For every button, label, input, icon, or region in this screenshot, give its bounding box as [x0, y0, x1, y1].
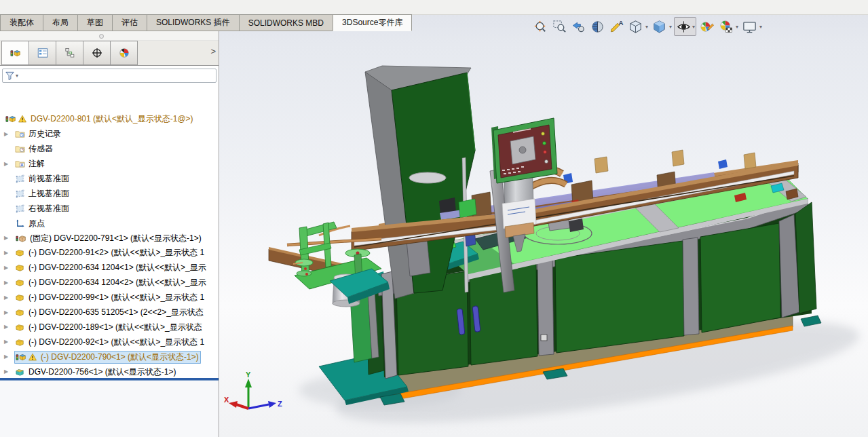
triad-y-label: Y	[246, 370, 251, 379]
tree-row[interactable]: DGV-D2200-801 (默认<默认_显示状态-1@>)	[0, 112, 219, 127]
tree-item-label: 右视基准面	[29, 203, 69, 214]
expand-arrow-icon[interactable]: ▶	[4, 324, 14, 330]
filter-funnel-icon[interactable]	[5, 71, 15, 81]
tree-item-label: 前视基准面	[29, 173, 69, 185]
reference-triad: Y Z X	[224, 370, 282, 408]
hide-show-items-icon[interactable]	[675, 18, 692, 35]
tab-5[interactable]: SOLIDWORKS 插件	[147, 14, 239, 31]
tree-row[interactable]: ▶(-) DGV-D2200-790<1> (默认<显示状态-1>)	[0, 349, 219, 364]
tree-row-content: (-) DGV-D2200-92<1> (默认<<默认>_显示状态 1	[14, 336, 206, 349]
apply-scene-icon[interactable]	[717, 18, 734, 35]
expand-arrow-icon[interactable]: ▶	[4, 132, 14, 137]
tree-row-content: 历史记录	[14, 128, 63, 140]
edit-appearance-icon[interactable]	[698, 18, 715, 35]
tree-item-label: DGV-D2200-756<1> (默认<显示状态-1>)	[29, 366, 176, 378]
part-icon	[15, 337, 25, 347]
view-settings-icon[interactable]	[740, 18, 758, 35]
tab-3[interactable]: 草图	[77, 14, 112, 31]
expand-arrow-icon[interactable]: ▶	[4, 280, 14, 286]
previous-view-icon[interactable]	[569, 18, 587, 35]
panel-splitter[interactable]	[0, 31, 219, 41]
hide-show-items-dropdown-caret[interactable]: ▾	[692, 24, 695, 30]
panel-tab-configurationmanager[interactable]	[56, 41, 83, 65]
view-settings-dropdown-caret[interactable]: ▾	[759, 24, 762, 30]
tree-row[interactable]: 前视基准面	[0, 172, 219, 187]
tree-row[interactable]: 右视基准面	[0, 201, 219, 216]
expand-arrow-icon[interactable]: ▶	[4, 250, 14, 256]
tree-item-label: 原点	[29, 218, 45, 229]
tree-row[interactable]: ▶A注解	[0, 157, 219, 172]
tree-row[interactable]: 传感器	[0, 142, 219, 157]
filter-caret-icon[interactable]: ▾	[16, 73, 18, 79]
tree-filter-input[interactable]: ▾	[2, 69, 216, 83]
tree-row[interactable]: 原点	[0, 216, 219, 231]
tree-item-label: (-) DGV-D2200-99<1> (默认<<默认>_显示状态 1	[29, 292, 204, 303]
tree-row[interactable]: 上视基准面	[0, 186, 219, 201]
tab-4[interactable]: 评估	[112, 14, 147, 31]
splitter-handle-icon[interactable]	[99, 34, 104, 39]
expand-arrow-icon[interactable]: ▶	[4, 339, 14, 345]
tree-item-label: (-) DGV-D2200-189<1> (默认<<默认>_显示状态	[29, 322, 202, 333]
panel-tab-displaymanager[interactable]	[110, 41, 138, 65]
tree-item-label: (固定) DGV-D2200-791<1> (默认<显示状态-1>)	[30, 233, 202, 244]
plane-icon	[15, 174, 25, 184]
warning-icon	[28, 353, 37, 362]
tree-row[interactable]: ▶(-) DGV-D2200-91<2> (默认<<默认>_显示状态 1	[0, 246, 219, 261]
hide-show-items-pressed-group: ▾	[674, 17, 696, 36]
tab-2[interactable]: 布局	[43, 14, 77, 31]
expand-arrow-icon[interactable]: ▶	[4, 310, 14, 316]
tab-1[interactable]: 装配体	[0, 14, 43, 31]
expand-arrow-icon[interactable]: ▶	[4, 235, 14, 241]
tree-item-label: 注解	[29, 158, 45, 170]
tree-item-label: DGV-D2200-801 (默认<默认_显示状态-1@>)	[31, 113, 193, 125]
tree-row[interactable]: ▶(-) DGV-D2200-92<1> (默认<<默认>_显示状态 1	[0, 335, 219, 349]
tab-6[interactable]: SOLIDWORKS MBD	[239, 14, 333, 31]
tree-row-content: (-) DGV-D2200-91<2> (默认<<默认>_显示状态 1	[14, 246, 206, 259]
display-style-dropdown-caret[interactable]: ▾	[669, 24, 672, 30]
panel-tab-featuremanager-tree[interactable]	[1, 41, 29, 65]
zoom-to-fit-icon[interactable]	[531, 18, 549, 35]
tree-row[interactable]: ▶(-) DGV-D2200-634 1204<1> (默认<<默认>_显示	[0, 261, 219, 276]
tree-row[interactable]: ▶(-) DGV-D2200-634 1204<2> (默认<<默认>_显示	[0, 276, 219, 290]
view-orientation-dropdown-caret[interactable]: ▾	[645, 24, 648, 30]
expand-arrow-icon[interactable]: ▶	[4, 265, 14, 271]
tree-row-content: (-) DGV-D2200-790<1> (默认<显示状态-1>)	[14, 351, 201, 364]
tree-row[interactable]: ▶DGV-D2200-756<1> (默认<显示状态-1>)	[0, 364, 219, 379]
tree-row[interactable]: ▶(-) DGV-D2200-635 51205<1> (2<<2>_显示状态	[0, 305, 219, 320]
part-icon	[15, 278, 25, 288]
part-icon	[15, 307, 25, 318]
apply-scene-dropdown-caret[interactable]: ▾	[736, 24, 738, 30]
panel-tab-dimxpertmanager[interactable]	[83, 41, 111, 65]
display-style-icon[interactable]	[650, 18, 668, 35]
commandmanager-tab-strip: 装配体布局草图评估SOLIDWORKS 插件SOLIDWORKS MBD3DSo…	[0, 14, 412, 31]
tree-row-content: 上视基准面	[14, 187, 71, 200]
tree-row[interactable]: ▶(固定) DGV-D2200-791<1> (默认<显示状态-1>)	[0, 231, 219, 246]
tree-item-label: (-) DGV-D2200-92<1> (默认<<默认>_显示状态 1	[29, 337, 204, 348]
zoom-to-area-icon[interactable]	[550, 18, 568, 35]
featuremanager-panel: > ▾ DGV-D2200-801 (默认<默认_显示状态-1@>)▶历史记录传…	[0, 31, 219, 437]
tree-row[interactable]: ▶(-) DGV-D2200-99<1> (默认<<默认>_显示状态 1	[0, 290, 219, 305]
panel-tab-propertymanager[interactable]	[29, 41, 56, 65]
tree-row-content: DGV-D2200-756<1> (默认<显示状态-1>)	[14, 366, 178, 379]
tree-row[interactable]: ▶(-) DGV-D2200-189<1> (默认<<默认>_显示状态	[0, 320, 219, 335]
annotation-visibility-icon[interactable]: A	[607, 18, 625, 35]
tree-row-content: (固定) DGV-D2200-791<1> (默认<显示状态-1>)	[14, 232, 204, 245]
model-control-panel	[491, 118, 557, 183]
panel-expand-chevron[interactable]: >	[210, 46, 216, 56]
section-view-icon[interactable]	[588, 18, 606, 35]
origin-icon	[15, 218, 25, 229]
folder-a-icon: A	[15, 159, 25, 169]
triad-z-label: Z	[278, 400, 282, 408]
expand-arrow-icon[interactable]: ▶	[4, 295, 14, 301]
folder-clock-icon	[15, 129, 25, 139]
tree-row-content: A注解	[14, 157, 47, 170]
view-orientation-icon[interactable]	[626, 18, 644, 35]
tree-item-label: (-) DGV-D2200-634 1204<1> (默认<<默认>_显示	[29, 262, 206, 273]
tab-7[interactable]: 3DSource零件库	[333, 14, 412, 31]
expand-arrow-icon[interactable]: ▶	[4, 162, 14, 167]
part-icon	[15, 248, 25, 258]
tree-row[interactable]: ▶历史记录	[0, 127, 219, 142]
expand-arrow-icon[interactable]: ▶	[4, 354, 14, 360]
expand-arrow-icon[interactable]: ▶	[4, 369, 14, 375]
panel-bottom-area	[0, 381, 219, 437]
